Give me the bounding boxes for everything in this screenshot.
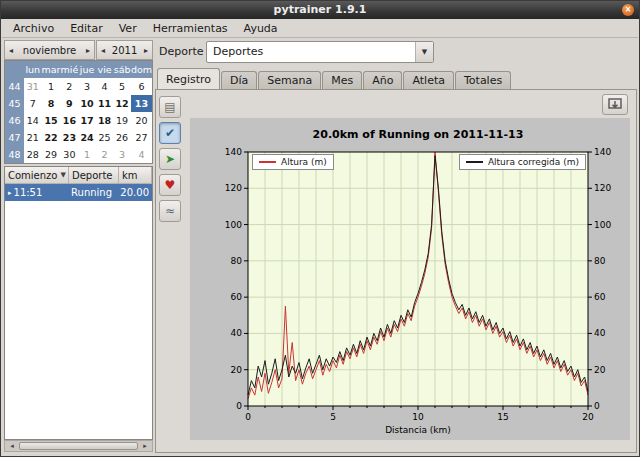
graph-button[interactable]: ✔ — [159, 122, 181, 144]
calendar-day[interactable]: 22 — [42, 129, 61, 146]
column-header-deporte[interactable]: Deporte — [69, 167, 119, 184]
svg-text:120: 120 — [225, 183, 242, 193]
calendar-nav: ◂ noviembre ▸ ◂ 2011 ▸ — [4, 40, 153, 60]
calendar-day[interactable]: 10 — [78, 95, 96, 112]
table-cell: Running — [68, 184, 117, 201]
menu-item-herramientas[interactable]: Herramientas — [145, 20, 236, 37]
calendar-day[interactable]: 3 — [113, 146, 131, 163]
map-icon: ➤ — [165, 152, 175, 166]
tab-atleta[interactable]: Atleta — [403, 71, 454, 89]
svg-text:100: 100 — [594, 220, 611, 230]
svg-text:20: 20 — [582, 412, 594, 422]
calendar-day[interactable]: 4 — [131, 146, 152, 163]
calendar-day[interactable]: 19 — [113, 112, 131, 129]
calendar-day[interactable]: 24 — [78, 129, 96, 146]
column-header-km[interactable]: km — [119, 167, 152, 184]
calendar-day[interactable]: 11 — [96, 95, 114, 112]
table-cell: 20.00 — [117, 184, 152, 201]
calendar-day[interactable]: 20 — [131, 112, 152, 129]
column-header-comienzo[interactable]: Comienzo▼ — [5, 167, 69, 184]
scrollbar-thumb[interactable] — [19, 442, 138, 450]
tab-día[interactable]: Día — [221, 71, 257, 89]
menu-item-ayuda[interactable]: Ayuda — [236, 20, 286, 37]
table-row[interactable]: ▸11:51Running20.00 — [5, 184, 152, 201]
calendar-day-selected[interactable]: 13 — [131, 95, 152, 112]
svg-text:15: 15 — [497, 412, 508, 422]
calendar-week-number: 47 — [5, 129, 24, 146]
chevron-down-icon[interactable]: ▼ — [415, 42, 433, 62]
app-window: pytrainer 1.9.1 × ArchivoEditarVerHerram… — [0, 0, 640, 457]
activity-table-body: ▸11:51Running20.00 — [5, 184, 152, 201]
svg-text:0: 0 — [594, 401, 600, 411]
graph-icon: ✔ — [165, 126, 175, 140]
sport-label: Deporte — [159, 45, 204, 58]
prev-year-button[interactable]: ◂ — [100, 46, 106, 55]
scroll-left-button[interactable]: ◂ — [6, 441, 18, 451]
tab-mes[interactable]: Mes — [322, 71, 362, 89]
calendar-day[interactable]: 3 — [78, 78, 96, 95]
calendar-day[interactable]: 14 — [24, 112, 42, 129]
svg-text:0: 0 — [236, 401, 242, 411]
left-panel: ◂ noviembre ▸ ◂ 2011 ▸ lunmarmiéjueviesá… — [4, 40, 153, 452]
tab-semana[interactable]: Semana — [258, 71, 321, 89]
menu-item-archivo[interactable]: Archivo — [5, 20, 62, 37]
calendar-day[interactable]: 12 — [113, 95, 131, 112]
calendar-day[interactable]: 18 — [96, 112, 114, 129]
calendar-day[interactable]: 27 — [131, 129, 152, 146]
column-label: Comienzo — [8, 170, 57, 181]
calendar-year-label: 2011 — [112, 45, 137, 56]
calendar-day[interactable]: 21 — [24, 129, 42, 146]
next-month-button[interactable]: ▸ — [85, 46, 91, 55]
calendar-day[interactable]: 16 — [61, 112, 79, 129]
prev-month-button[interactable]: ◂ — [8, 46, 14, 55]
calendar-day[interactable]: 29 — [42, 146, 61, 163]
calendar-day[interactable]: 30 — [61, 146, 79, 163]
menu-item-editar[interactable]: Editar — [62, 20, 111, 37]
calendar-day[interactable]: 31 — [24, 78, 42, 95]
legend-altura-corregida: Altura corregida (m) — [459, 154, 586, 170]
map-button[interactable]: ➤ — [159, 148, 181, 170]
sport-combobox-value: Deportes — [207, 42, 415, 62]
horizontal-scrollbar[interactable]: ◂ ▸ — [4, 440, 153, 452]
svg-text:40: 40 — [231, 328, 243, 338]
calendar-day[interactable]: 5 — [113, 78, 131, 95]
calendar-day[interactable]: 23 — [61, 129, 79, 146]
calendar-day[interactable]: 4 — [96, 78, 114, 95]
table-cell: ▸11:51 — [5, 184, 68, 201]
calendar-day[interactable]: 8 — [42, 95, 61, 112]
calendar-day[interactable]: 2 — [96, 146, 114, 163]
calendar-day[interactable]: 9 — [61, 95, 79, 112]
calendar-day[interactable]: 2 — [61, 78, 79, 95]
scroll-right-button[interactable]: ▸ — [139, 441, 151, 451]
calendar-day[interactable]: 7 — [24, 95, 42, 112]
column-label: Deporte — [72, 170, 113, 181]
tab-registro[interactable]: Registro — [157, 68, 220, 89]
calendar-month-label: noviembre — [23, 45, 76, 56]
heart-rate-icon: ♥ — [165, 178, 176, 192]
sport-combobox[interactable]: Deportes ▼ — [206, 41, 434, 63]
column-label: km — [122, 170, 138, 181]
calendar-day[interactable]: 15 — [42, 112, 61, 129]
calendar-week-number: 46 — [5, 112, 24, 129]
activity-table-header: Comienzo▼Deportekm — [5, 167, 152, 184]
calendar-day[interactable]: 6 — [131, 78, 152, 95]
calendar-day[interactable]: 17 — [78, 112, 96, 129]
calendar-day[interactable]: 1 — [78, 146, 96, 163]
svg-text:40: 40 — [594, 328, 606, 338]
save-graph-button[interactable] — [602, 94, 628, 115]
close-button[interactable]: × — [622, 4, 634, 16]
info-button[interactable]: ▤ — [159, 96, 181, 118]
next-year-button[interactable]: ▸ — [143, 46, 149, 55]
calendar-day-header: mar — [42, 61, 61, 78]
calendar-day[interactable]: 1 — [42, 78, 61, 95]
row-expander-icon[interactable]: ▸ — [8, 189, 12, 197]
tab-año[interactable]: Año — [363, 71, 402, 89]
calendar-day[interactable]: 28 — [24, 146, 42, 163]
calendar-day[interactable]: 25 — [96, 129, 114, 146]
calendar-day[interactable]: 26 — [113, 129, 131, 146]
menu-item-ver[interactable]: Ver — [111, 20, 145, 37]
analytics-button[interactable]: ≈ — [159, 200, 181, 222]
svg-text:0: 0 — [245, 412, 251, 422]
tab-totales[interactable]: Totales — [455, 71, 511, 89]
heart-rate-button[interactable]: ♥ — [159, 174, 181, 196]
